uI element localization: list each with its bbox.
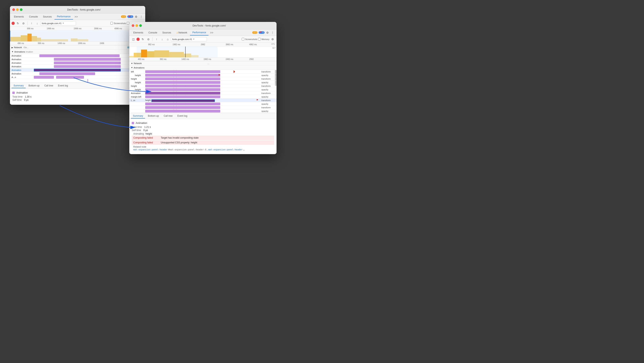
anim-bar-area-2[interactable]: Animation [34,58,145,61]
tab-bottomup-1[interactable]: Bottom-up [26,83,42,88]
traffic-lights-1 [12,8,22,11]
anim2-bar-tm[interactable]: height [145,99,260,102]
record-button-2[interactable] [136,38,140,41]
tab-more-2[interactable]: >> [209,30,214,35]
tab-console-1[interactable]: Console [27,14,40,20]
summary-panel-2: Animation Total time 1.21 s Self time 0 … [129,119,276,154]
tab-network-2[interactable]: ⚠ Network [174,30,190,36]
tab-eventlog-1[interactable]: Event log [56,83,70,88]
maximize-button-2[interactable] [139,24,142,27]
arrow-path-2 [60,106,135,127]
tab-more-1[interactable]: >> [74,14,79,19]
tab-console-2[interactable]: Console [146,30,160,36]
tick2-4: 3982 ms [226,44,233,46]
compositing-row-2: Compositing failed Unsupported CSS prope… [132,140,274,145]
download-icon-2[interactable]: ↓ [160,37,164,42]
settings-icon-2[interactable]: ⚙ [265,30,270,35]
url-box-2: fonts.google.com #1 ▼ [171,37,207,42]
summary-totaltime-1: Total time 1.30 s [12,95,143,98]
screenshots-checkbox-1[interactable]: Screenshots [110,22,126,25]
close-button[interactable] [12,8,15,11]
anim2-row-height2: height transform [129,77,276,81]
anim-bar-area-1[interactable]: Animation [34,54,145,57]
right-label-transform-4: transform [260,92,276,94]
reload-icon-2[interactable]: ↻ [140,37,145,42]
tab-sources-2[interactable]: Sources [160,30,174,36]
home-icon-2[interactable]: ⌂ [165,37,170,42]
reload-icon-1[interactable]: ↻ [16,21,20,26]
settings2-icon-2[interactable]: ⚙ [270,37,275,42]
anim2-row-extra3: opacity [129,109,276,113]
close-button-2[interactable] [132,24,134,27]
anim-bar-area-8[interactable]: Animation [34,79,145,83]
anim-row-6: Animation Animation [10,72,145,76]
screenshots-checkbox-2[interactable]: Screenshots [242,38,257,41]
anim2-label-left: left [129,71,145,73]
minimize-button-2[interactable] [136,24,138,27]
minimize-button[interactable] [16,8,19,11]
right-label-transform-1: transform [260,71,276,73]
tab-summary-2[interactable]: Summary [131,114,145,119]
anim-label-1: Animation [10,55,34,57]
anim-label-3: Animation [10,62,34,64]
traffic-lights-2 [132,24,142,27]
clear-icon-2[interactable]: ⊘ [146,37,151,42]
animations-section-1: ▼ Animations imation Animation Animation… [10,50,145,83]
settings-icon-1[interactable]: ⚙ [134,14,138,19]
tab-performance-1[interactable]: Performance [54,14,73,20]
anim2-bar-margin[interactable] [145,95,260,98]
info-badge-1: 🚩1 [127,15,133,18]
upload-icon-2[interactable]: ↑ [154,37,159,42]
btick-1: 496 ms [18,42,24,44]
anim2-bar-extra1[interactable] [145,102,260,106]
anim-bar-area-3[interactable]: Animation [34,61,145,65]
tick2-3: 2982 [201,44,205,46]
tab-elements-2[interactable]: Elements [131,30,146,36]
timeline-ruler-top-1: 996 ms 1996 ms 2996 ms 3996 ms 4996 ms [10,27,145,31]
btick2-1: 482 ms [138,58,144,60]
anim-bar-area-7[interactable]: Animation [34,76,145,79]
record-button-1[interactable] [12,22,15,25]
anim2-bar-left[interactable] [145,70,260,73]
more-icon-2[interactable]: ⋮ [270,30,275,35]
right-label-opacity-3: opacity [260,88,276,91]
anim2-row-extra1: opacity [129,102,276,106]
tab-bottomup-2[interactable]: Bottom-up [146,114,161,119]
tab-elements-1[interactable]: Elements [12,14,26,20]
anim2-bar-height1[interactable] [145,74,260,77]
anim2-bar-animation[interactable] [145,91,260,95]
anim2-bar-extra2[interactable] [145,106,260,109]
maximize-button[interactable] [20,8,22,11]
anim-bar-area-4[interactable]: Animation [34,65,145,68]
timeline-area-2: 982 ms 1982 ms 2982 3982 ms 4982 ms CPU … [129,43,276,58]
more-icon-1[interactable]: ⋮ [139,14,144,19]
anim-bar-area-6[interactable]: Animation [34,72,145,75]
clear-icon-1[interactable]: ⊘ [21,21,26,26]
anim-bar-area-5[interactable]: Animation [34,68,145,72]
anim2-bar-extra3[interactable] [145,109,260,113]
upload-icon-1[interactable]: ↑ [29,21,34,26]
tab-calltree-1[interactable]: Call tree [42,83,55,88]
timeline-content-2: NET [129,47,276,58]
right-label-opacity-2: opacity [260,81,276,84]
memory-checkbox-2[interactable]: Memory [258,38,270,41]
anim2-label-height1: height [133,74,145,77]
timeline-content-1 [10,31,145,42]
anim2-bar-height3[interactable] [145,81,260,84]
tab-performance-2[interactable]: Performance [190,30,208,36]
network-label-2: Network [134,62,142,65]
download-icon-1[interactable]: ↓ [35,21,40,26]
anim-label-2: Animation [10,58,34,61]
anim2-bar-height4[interactable] [145,84,260,88]
tab-summary-1[interactable]: Summary [12,83,26,88]
panel-icon-2[interactable]: ◫ [131,37,136,42]
tab-sources-1[interactable]: Sources [40,14,54,20]
tab-calltree-2[interactable]: Call tree [162,114,175,119]
anim2-label-height3: height [133,81,145,84]
tab-eventlog-2[interactable]: Event log [175,114,189,119]
anim2-row-height5: height opacity [129,88,276,91]
anim2-bar-height5[interactable] [145,88,260,91]
triangle-anim-1: ▼ [12,51,14,53]
anim2-bar-height2[interactable] [145,77,260,81]
anim2-row-margin: margin-left opacity [129,95,276,99]
